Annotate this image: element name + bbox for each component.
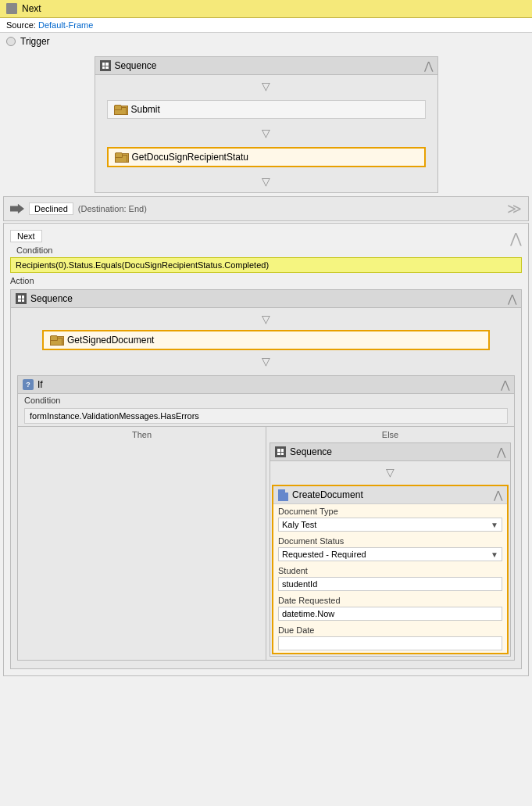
doc-status-value: Requested - Required (282, 550, 366, 559)
else-sequence-header: Sequence ⋀ (270, 443, 510, 461)
seq-icon (100, 60, 111, 71)
get-signed-doc-activity[interactable]: GetSignedDocument (42, 330, 490, 350)
if-condition-box: formInstance.ValidationMessages.HasError… (24, 408, 508, 424)
date-requested-label: Date Requested (273, 593, 507, 606)
inner-sequence-label: Sequence (30, 293, 73, 304)
arrow-2: ▽ (95, 122, 437, 144)
inner-seq-icon (16, 293, 27, 304)
create-doc-header: CreateDocument ⋀ (273, 486, 507, 504)
title-bar: Next (0, 0, 532, 18)
doc-type-label: Document Type (273, 504, 507, 517)
doc-type-arrow: ▼ (491, 521, 498, 529)
condition-label: Condition (10, 244, 59, 256)
doc-status-dropdown[interactable]: Requested - Required ▼ (278, 547, 502, 561)
workflow-icon (6, 3, 17, 14)
if-icon: ? (23, 379, 34, 390)
create-doc-collapse[interactable]: ⋀ (494, 489, 502, 501)
arrow-3: ▽ (95, 170, 437, 192)
trigger-row: Trigger (0, 33, 532, 50)
source-label: Source: (6, 20, 36, 30)
else-col: Else Sequence ⋀ (266, 427, 514, 660)
if-label: If (37, 379, 43, 390)
else-arrow-1: ▽ (270, 461, 510, 483)
then-header: Then (21, 430, 262, 442)
declined-badge: Declined (29, 202, 73, 215)
declined-transition-bar: Declined (Destination: End) ≫ (3, 196, 529, 221)
declined-destination: (Destination: End) (78, 204, 147, 213)
top-sequence-block: Sequence ⋀ ▽ Submit ▽ (95, 56, 438, 193)
source-link[interactable]: Default-Frame (38, 20, 93, 30)
top-sequence-label: Sequence (115, 60, 157, 71)
else-sequence-collapse[interactable]: ⋀ (497, 446, 505, 458)
declined-collapse[interactable]: ≫ (507, 200, 522, 217)
if-collapse[interactable]: ⋀ (501, 378, 509, 391)
student-value: studentId (282, 579, 317, 589)
trigger-circle (6, 37, 16, 46)
then-col: Then (18, 427, 266, 660)
inner-sequence-header: Sequence ⋀ (11, 290, 521, 308)
if-block: ? If ⋀ Condition formInstance.Validation… (17, 375, 515, 661)
inner-sequence-collapse[interactable]: ⋀ (508, 292, 516, 305)
next-section-panel: Next Condition ⋀ Recipients(0).Status.Eq… (3, 223, 529, 676)
get-signed-folder-icon (50, 335, 62, 346)
else-seq-icon (275, 446, 286, 457)
get-docusign-activity-label: GetDocuSignRecipientStatu (132, 152, 248, 163)
declined-arrow-icon (10, 203, 24, 214)
arrow-1: ▽ (95, 75, 437, 97)
due-date-label: Due Date (273, 623, 507, 636)
get-docusign-folder-icon (115, 152, 127, 163)
create-doc-label: CreateDocument (292, 489, 363, 500)
title-bar-text: Next (22, 3, 41, 14)
trigger-label: Trigger (20, 36, 50, 47)
else-header: Else (270, 430, 511, 442)
date-requested-input[interactable]: datetime.Now (278, 607, 502, 621)
else-sequence-label: Sequence (290, 446, 332, 457)
else-sequence-block: Sequence ⋀ ▽ Cre (270, 442, 511, 657)
condition-box: Recipients(0).Status.Equals(DocuSignReci… (10, 257, 522, 273)
due-date-input[interactable] (278, 636, 502, 650)
if-block-header: ? If ⋀ (18, 376, 514, 394)
source-bar: Source: Default-Frame (0, 18, 532, 33)
student-input[interactable]: studentId (278, 577, 502, 591)
submit-folder-icon (114, 105, 127, 115)
next-collapse[interactable]: ⋀ (510, 230, 522, 247)
doc-status-label: Document Status (273, 534, 507, 546)
create-document-block: CreateDocument ⋀ Document Type Kaly Test… (272, 485, 509, 654)
action-label: Action (4, 274, 528, 286)
top-sequence-header: Sequence ⋀ (95, 57, 437, 75)
doc-type-dropdown[interactable]: Kaly Test ▼ (278, 518, 502, 532)
if-condition-label: Condition (18, 394, 514, 406)
next-badge: Next (10, 230, 42, 242)
submit-activity-label: Submit (131, 104, 160, 115)
inner-arrow-2: ▽ (11, 350, 521, 372)
top-sequence-collapse[interactable]: ⋀ (424, 59, 433, 72)
get-signed-doc-label: GetSignedDocument (67, 335, 154, 346)
student-label: Student (273, 564, 507, 576)
date-requested-value: datetime.Now (282, 609, 334, 618)
get-docusign-activity[interactable]: GetDocuSignRecipientStatu (107, 147, 426, 167)
doc-type-value: Kaly Test (282, 520, 316, 529)
doc-icon (278, 489, 288, 501)
then-else-row: Then Else Sequence (18, 426, 514, 660)
submit-activity[interactable]: Submit (107, 100, 426, 119)
inner-arrow-1: ▽ (11, 308, 521, 330)
doc-status-arrow: ▼ (491, 550, 498, 559)
main-content: Sequence ⋀ ▽ Submit ▽ (0, 50, 532, 681)
inner-sequence-block: Sequence ⋀ ▽ GetSignedDocument ▽ ? (10, 289, 522, 669)
